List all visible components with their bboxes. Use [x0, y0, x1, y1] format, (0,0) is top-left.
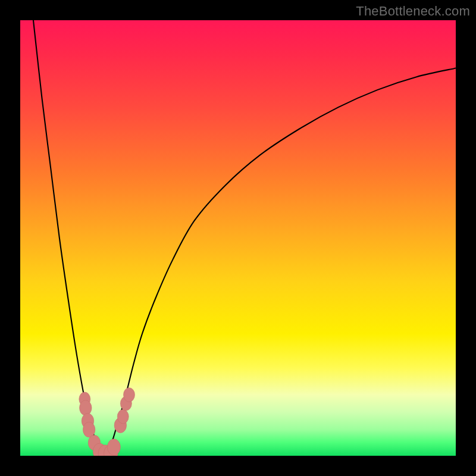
data-marker: [120, 396, 131, 411]
data-marker: [107, 439, 120, 455]
curve-right: [105, 68, 456, 456]
watermark-text: TheBottleneck.com: [356, 4, 470, 19]
curve-left: [33, 20, 105, 456]
marker-layer: [79, 388, 135, 456]
chart-plot-area: [20, 20, 456, 456]
data-marker: [117, 409, 129, 424]
data-marker: [93, 443, 106, 456]
data-marker: [79, 392, 90, 406]
data-marker: [98, 445, 112, 456]
data-marker: [114, 418, 126, 433]
chart-frame: TheBottleneck.com: [0, 0, 476, 476]
data-marker: [88, 435, 100, 450]
data-marker: [83, 422, 95, 437]
data-marker: [104, 445, 118, 456]
data-marker: [123, 388, 134, 402]
data-marker: [82, 414, 93, 429]
chart-svg: [20, 20, 456, 456]
data-marker: [80, 400, 92, 416]
